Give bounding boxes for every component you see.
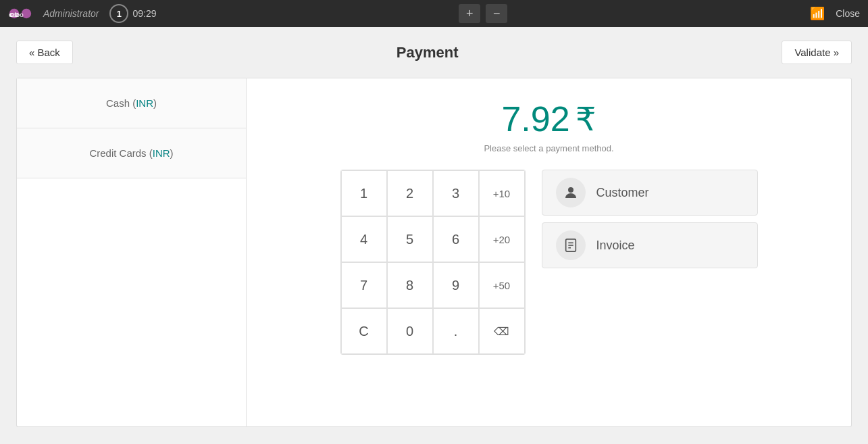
header-row: « Back Payment Validate » — [16, 41, 852, 64]
payment-methods-panel: Cash (INR) Credit Cards (INR) — [16, 78, 246, 427]
key-0[interactable]: 0 — [387, 308, 433, 354]
close-button[interactable]: Close — [836, 8, 860, 19]
svg-text:odoo: odoo — [9, 11, 24, 18]
key-8[interactable]: 8 — [387, 262, 433, 308]
customer-button[interactable]: Customer — [542, 170, 758, 216]
page-title: Payment — [397, 44, 459, 61]
credit-inr-label: INR — [153, 147, 170, 159]
key-plus50[interactable]: +50 — [479, 262, 525, 308]
topnav-center: + − — [459, 4, 507, 23]
credit-cards-inr-method[interactable]: Credit Cards (INR) — [17, 128, 246, 178]
topnav-left: oo odoo Administrator 1 09:29 — [8, 1, 157, 26]
key-2[interactable]: 2 — [387, 170, 433, 216]
remove-order-button[interactable]: − — [486, 4, 507, 23]
invoice-icon — [556, 230, 586, 260]
key-3[interactable]: 3 — [433, 170, 479, 216]
topnav-right: 📶 Close — [810, 6, 860, 21]
validate-button[interactable]: Validate » — [782, 41, 852, 64]
customer-label: Customer — [596, 186, 649, 200]
key-6[interactable]: 6 — [433, 216, 479, 262]
time-label: 09:29 — [132, 8, 156, 19]
add-order-button[interactable]: + — [459, 4, 480, 23]
topnav: oo odoo Administrator 1 09:29 + − 📶 Clos… — [0, 0, 868, 27]
key-plus10[interactable]: +10 — [479, 170, 525, 216]
invoice-button[interactable]: Invoice — [542, 222, 758, 268]
back-button[interactable]: « Back — [16, 41, 73, 64]
amount-display: 7.92 ₹ — [501, 99, 596, 139]
admin-label: Administrator — [43, 8, 99, 19]
payment-right-panel: 7.92 ₹ Please select a payment method. 1… — [246, 78, 852, 427]
main-content: « Back Payment Validate » Cash (INR) Cre… — [0, 27, 868, 444]
cash-inr-label: INR — [136, 97, 153, 109]
numpad-actions-layout: 1 2 3 +10 4 5 6 +20 7 8 9 +50 C 0 . ⌫ — [340, 170, 758, 355]
amount-currency: ₹ — [576, 100, 596, 138]
key-4[interactable]: 4 — [341, 216, 387, 262]
action-buttons: Customer Invoice — [542, 170, 758, 268]
invoice-label: Invoice — [596, 239, 635, 253]
payment-hint: Please select a payment method. — [484, 143, 613, 153]
key-clear[interactable]: C — [341, 308, 387, 354]
key-1[interactable]: 1 — [341, 170, 387, 216]
key-7[interactable]: 7 — [341, 262, 387, 308]
odoo-logo: oo odoo — [8, 1, 32, 26]
wifi-icon: 📶 — [810, 6, 825, 21]
amount-value: 7.92 — [501, 99, 569, 139]
key-backspace[interactable]: ⌫ — [479, 308, 525, 354]
key-dot[interactable]: . — [433, 308, 479, 354]
key-5[interactable]: 5 — [387, 216, 433, 262]
customer-icon — [556, 178, 586, 207]
key-9[interactable]: 9 — [433, 262, 479, 308]
svg-point-4 — [568, 187, 573, 193]
cash-inr-method[interactable]: Cash (INR) — [17, 78, 246, 128]
key-plus20[interactable]: +20 — [479, 216, 525, 262]
numpad: 1 2 3 +10 4 5 6 +20 7 8 9 +50 C 0 . ⌫ — [340, 170, 526, 355]
order-badge: 1 — [109, 4, 128, 23]
body-layout: Cash (INR) Credit Cards (INR) 7.92 ₹ Ple… — [16, 78, 852, 427]
